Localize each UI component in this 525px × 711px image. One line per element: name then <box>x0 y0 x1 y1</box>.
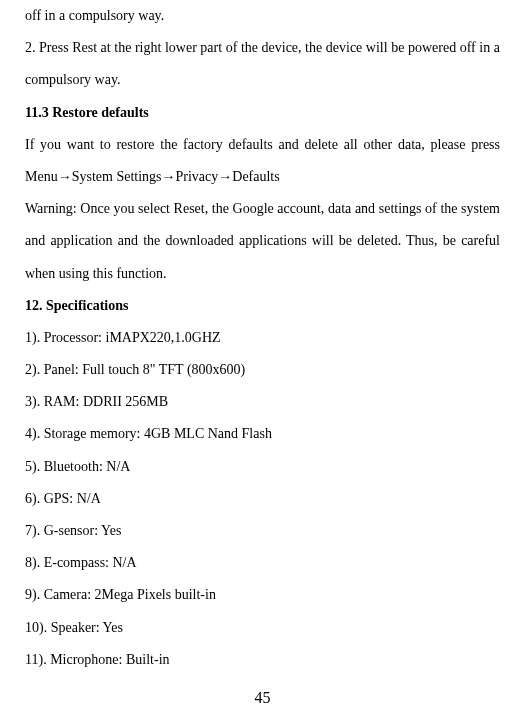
spec-line: 4). Storage memory: 4GB MLC Nand Flash <box>25 418 500 450</box>
text-line: If you want to restore the factory defau… <box>25 129 500 161</box>
spec-line: 2). Panel: Full touch 8" TFT (800x600) <box>25 354 500 386</box>
text-line: Menu→System Settings→Privacy→Defaults <box>25 161 500 193</box>
spec-line: 11). Microphone: Built-in <box>25 644 500 676</box>
spec-line: 8). E-compass: N/A <box>25 547 500 579</box>
spec-line: 1). Processor: iMAPX220,1.0GHZ <box>25 322 500 354</box>
spec-line: 9). Camera: 2Mega Pixels built-in <box>25 579 500 611</box>
page-number: 45 <box>25 686 500 710</box>
text-line: off in a compulsory way. <box>25 0 500 32</box>
document-page: off in a compulsory way. 2. Press Rest a… <box>25 0 500 710</box>
text-paragraph: 2. Press Rest at the right lower part of… <box>25 32 500 96</box>
spec-line: 10). Speaker: Yes <box>25 612 500 644</box>
text-paragraph: Warning: Once you select Reset, the Goog… <box>25 193 500 290</box>
spec-line: 3). RAM: DDRII 256MB <box>25 386 500 418</box>
spec-line: 5). Bluetooth: N/A <box>25 451 500 483</box>
section-heading: 11.3 Restore defaults <box>25 97 500 129</box>
spec-line: 6). GPS: N/A <box>25 483 500 515</box>
section-heading: 12. Specifications <box>25 290 500 322</box>
spec-line: 7). G-sensor: Yes <box>25 515 500 547</box>
